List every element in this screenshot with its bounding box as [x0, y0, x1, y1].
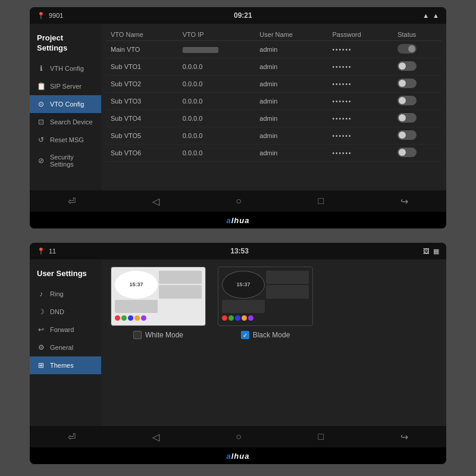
status-icons-1: ▲ ▲: [422, 12, 439, 19]
brand-accent: a: [227, 216, 231, 225]
brand-logo-2: alhua: [227, 452, 250, 461]
sidebar-item-general[interactable]: ⚙ General: [30, 339, 101, 356]
black-icon-2: [228, 315, 234, 321]
sidebar-item-forward[interactable]: ↩ Forward: [30, 321, 101, 339]
white-icon-row: [115, 314, 202, 322]
alert-icon: ▲: [422, 12, 429, 19]
table-row: Sub VTO20.0.0.0admin••••••: [106, 76, 441, 93]
sidebar-item-search-device[interactable]: ⊡ Search Device: [30, 113, 101, 131]
blurred-ip: [183, 47, 218, 53]
cell-password: ••••••: [327, 145, 393, 162]
status-toggle[interactable]: [397, 79, 416, 88]
device-frame-1: 📍 9901 09:21 ▲ ▲ Project Settings ℹ VTH …: [30, 7, 446, 228]
cell-status: [393, 145, 441, 162]
col-header-status: Status: [393, 29, 441, 41]
cell-status: [393, 41, 441, 58]
sidebar-label-dnd: DND: [50, 308, 64, 315]
brand-bar-1: alhua: [30, 212, 446, 228]
white-icon-4: [134, 315, 140, 321]
white-icon-2: [121, 315, 127, 321]
screen2-wrapper: 📍 11 13:53 🖼 ▦ User Settings ♪ Ring ☽ DN: [0, 236, 476, 471]
sidebar-item-vth-config[interactable]: ℹ VTH Config: [30, 60, 101, 77]
nav-forward-btn[interactable]: ↪: [391, 193, 418, 209]
cell-vto-name: Sub VTO4: [106, 110, 178, 127]
black-widget-1: [266, 271, 309, 284]
white-mode-label-row: White Mode: [133, 331, 183, 339]
cell-status: [393, 127, 441, 145]
black-icon-3: [235, 315, 240, 321]
nav-left-btn-2[interactable]: ◁: [143, 429, 169, 445]
cell-password: ••••••: [327, 76, 393, 93]
status-left-1: 📍 9901: [37, 12, 63, 20]
sidebar-item-themes[interactable]: ⊞ Themes: [30, 356, 101, 374]
sidebar-label-vto: VTO Config: [50, 101, 84, 108]
status-toggle[interactable]: [397, 113, 416, 123]
status-toggle[interactable]: [397, 148, 416, 157]
cell-password: ••••••: [327, 41, 393, 58]
cell-username: admin: [255, 127, 327, 145]
content-area-2: User Settings ♪ Ring ☽ DND ↩ Forward ⚙ G…: [30, 259, 446, 426]
cell-username: admin: [255, 110, 327, 127]
cell-username: admin: [255, 41, 327, 58]
cell-password: ••••••: [327, 58, 393, 76]
black-clock: 15:37: [222, 271, 265, 299]
status-toggle[interactable]: [397, 61, 416, 71]
white-mode-label: White Mode: [145, 331, 183, 339]
nav-forward-btn-2[interactable]: ↪: [391, 429, 418, 445]
sidebar-item-ring[interactable]: ♪ Ring: [30, 285, 101, 303]
cell-vto-name: Sub VTO6: [106, 145, 178, 162]
cell-vto-ip: 0.0.0.0: [178, 145, 255, 162]
col-header-vto-name: VTO Name: [106, 29, 178, 41]
vto-table-area: VTO Name VTO IP User Name Password Statu…: [101, 24, 446, 190]
cell-vto-ip: 0.0.0.0: [178, 76, 255, 93]
reset-icon: ↺: [37, 136, 45, 144]
sidebar-item-sip-server[interactable]: 📋 SIP Server: [30, 77, 101, 95]
cell-password: ••••••: [327, 93, 393, 110]
sidebar-title-1: Project Settings: [30, 30, 101, 60]
sidebar-item-dnd[interactable]: ☽ DND: [30, 303, 101, 321]
cell-vto-name: Sub VTO5: [106, 127, 178, 145]
themes-content: 15:37 White M: [101, 259, 446, 426]
status-toggle[interactable]: [397, 96, 416, 105]
nav-square-btn-2[interactable]: □: [309, 429, 334, 444]
nav-back-btn-2[interactable]: ⏎: [58, 429, 85, 445]
nav-back-btn[interactable]: ⏎: [58, 193, 85, 209]
status-toggle[interactable]: [397, 130, 416, 140]
image-icon: 🖼: [423, 248, 430, 255]
cell-vto-ip: 0.0.0.0: [178, 110, 255, 127]
cell-vto-name: Sub VTO1: [106, 58, 178, 76]
nav-home-btn-2[interactable]: ○: [226, 429, 251, 444]
screen1-wrapper: 📍 9901 09:21 ▲ ▲ Project Settings ℹ VTH …: [0, 0, 476, 236]
nav-left-btn[interactable]: ◁: [143, 193, 169, 209]
sidebar-item-reset-msg[interactable]: ↺ Reset MSG: [30, 131, 101, 149]
white-icon-5: [141, 315, 146, 321]
search-device-icon: ⊡: [37, 118, 45, 126]
black-mode-checkbox[interactable]: ✓: [241, 331, 249, 339]
nav-home-btn[interactable]: ○: [226, 193, 251, 209]
password-dots: ••••••: [332, 150, 352, 156]
forward-icon: ↩: [37, 325, 45, 334]
general-icon: ⚙: [37, 343, 45, 352]
sidebar-2: User Settings ♪ Ring ☽ DND ↩ Forward ⚙ G…: [30, 259, 101, 426]
sidebar-title-2: User Settings: [30, 265, 101, 285]
status-toggle[interactable]: [397, 44, 416, 54]
cell-status: [393, 93, 441, 110]
device-frame-2: 📍 11 13:53 🖼 ▦ User Settings ♪ Ring ☽ DN: [30, 243, 446, 464]
nav-square-btn[interactable]: □: [309, 193, 334, 209]
sidebar-item-security[interactable]: ⊘ Security Settings: [30, 149, 101, 173]
white-widget-3: [115, 300, 158, 313]
vto-config-icon: ⊙: [37, 100, 45, 108]
black-icon-row: [222, 314, 309, 322]
cell-vto-ip: 0.0.0.0: [178, 93, 255, 110]
signal-value-2: 11: [49, 248, 56, 255]
white-mode-checkbox[interactable]: [133, 331, 142, 339]
sidebar-item-vto-config[interactable]: ⊙ VTO Config: [30, 95, 101, 113]
black-mode-label-row: ✓ Black Mode: [241, 331, 290, 339]
signal-value: 9901: [49, 12, 63, 19]
sidebar-label-themes: Themes: [50, 362, 74, 369]
table-row: Sub VTO10.0.0.0admin••••••: [106, 58, 441, 76]
cell-password: ••••••: [327, 110, 393, 127]
cell-status: [393, 58, 441, 76]
black-icon-5: [248, 315, 253, 321]
cell-username: admin: [255, 93, 327, 110]
